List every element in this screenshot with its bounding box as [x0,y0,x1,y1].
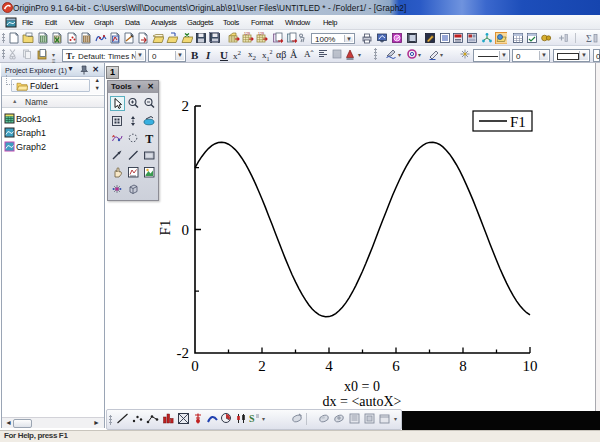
svg-text:10: 10 [523,358,538,374]
svg-text:4: 4 [325,358,333,374]
svg-text:x0 = 0: x0 = 0 [344,379,380,394]
svg-text:F1: F1 [157,220,173,236]
svg-text:S: S [249,413,255,424]
svg-text:T: T [145,132,153,145]
svg-text:2: 2 [182,98,190,114]
svg-text:6: 6 [392,358,400,374]
svg-text:-2: -2 [177,345,190,361]
svg-text:0: 0 [191,358,199,374]
svg-text:8: 8 [459,358,467,374]
svg-text:0: 0 [182,222,190,238]
svg-text:2: 2 [258,358,266,374]
svg-text:dx = <autoX>: dx = <autoX> [323,394,402,409]
svg-text:F1: F1 [510,114,526,130]
